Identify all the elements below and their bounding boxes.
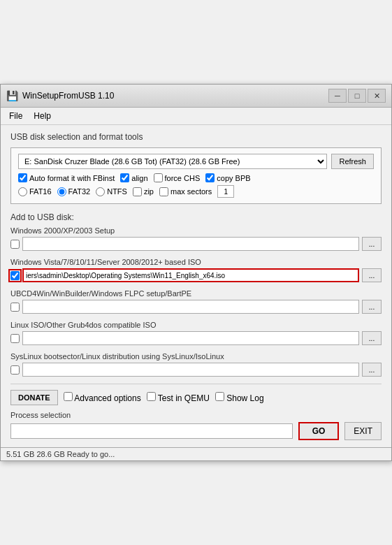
iso-row-3: ... bbox=[10, 331, 382, 345]
status-text: 5.51 GB 28.6 GB Ready to go... bbox=[6, 450, 115, 458]
iso-checkbox-2[interactable] bbox=[10, 303, 20, 312]
menu-help[interactable]: Help bbox=[28, 109, 57, 123]
fs-format-row: FAT16 FAT32 NTFS zip bbox=[18, 185, 374, 198]
max-sectors-checkbox[interactable] bbox=[159, 187, 168, 196]
iso-item-0: Windows 2000/XP/2003 Setup ... bbox=[10, 226, 382, 251]
iso-checkbox-4[interactable] bbox=[10, 365, 20, 375]
iso-row-2: ... bbox=[10, 300, 382, 314]
iso-path-3[interactable] bbox=[22, 331, 359, 345]
test-qemu-checkbox[interactable] bbox=[147, 392, 156, 401]
iso-item-3: Linux ISO/Other Grub4dos compatible ISO … bbox=[10, 321, 382, 345]
status-bar: 5.51 GB 28.6 GB Ready to go... bbox=[1, 447, 391, 460]
copy-bpb-checkbox[interactable] bbox=[205, 173, 215, 182]
title-bar-left: 💾 WinSetupFromUSB 1.10 bbox=[6, 90, 114, 101]
copy-bpb-label[interactable]: copy BPB bbox=[205, 173, 250, 182]
menu-bar: File Help bbox=[1, 108, 391, 125]
donate-button[interactable]: DONATE bbox=[10, 390, 58, 405]
title-bar: 💾 WinSetupFromUSB 1.10 ─ □ ✕ bbox=[1, 85, 391, 108]
refresh-button[interactable]: Refresh bbox=[331, 154, 374, 169]
iso-path-1[interactable] bbox=[22, 268, 359, 282]
fat16-radio-label[interactable]: FAT16 bbox=[18, 187, 52, 196]
auto-format-label[interactable]: Auto format it with FBinst bbox=[18, 173, 115, 182]
iso-row-0: ... bbox=[10, 237, 382, 251]
test-qemu-label[interactable]: Test in QEMU bbox=[147, 392, 210, 403]
add-section: Add to USB disk: Windows 2000/XP/2003 Se… bbox=[10, 212, 382, 377]
bottom-options-row: DONATE Advanced options Test in QEMU Sho… bbox=[10, 390, 382, 405]
force-chs-label[interactable]: force CHS bbox=[154, 173, 201, 182]
format-options-row: Auto format it with FBinst align force C… bbox=[18, 173, 374, 182]
usb-section-title: USB disk selection and format tools bbox=[10, 132, 382, 142]
iso-browse-3[interactable]: ... bbox=[362, 331, 382, 345]
zip-checkbox[interactable] bbox=[133, 187, 142, 196]
iso-checkbox-1[interactable] bbox=[10, 271, 20, 280]
content-area: USB disk selection and format tools E: S… bbox=[1, 125, 391, 447]
iso-browse-4[interactable]: ... bbox=[362, 363, 382, 377]
iso-label-4: SysLinux bootsector/Linux distribution u… bbox=[10, 352, 382, 361]
iso-label-2: UBCD4Win/WinBuilder/Windows FLPC setup/B… bbox=[10, 289, 382, 298]
usb-section-box: E: SanDisk Cruzer Blade (28.6 GB Tot) (F… bbox=[10, 147, 382, 204]
iso-browse-1[interactable]: ... bbox=[362, 268, 382, 282]
iso-item-2: UBCD4Win/WinBuilder/Windows FLPC setup/B… bbox=[10, 289, 382, 314]
exit-button[interactable]: EXIT bbox=[344, 422, 382, 440]
force-chs-checkbox[interactable] bbox=[154, 173, 163, 182]
align-checkbox[interactable] bbox=[120, 173, 129, 182]
max-sectors-input[interactable] bbox=[217, 185, 234, 198]
show-log-checkbox[interactable] bbox=[215, 392, 224, 401]
iso-path-2[interactable] bbox=[22, 300, 359, 314]
add-section-title: Add to USB disk: bbox=[10, 212, 382, 222]
go-button[interactable]: GO bbox=[298, 422, 340, 440]
align-label[interactable]: align bbox=[120, 173, 147, 182]
ntfs-radio-label[interactable]: NTFS bbox=[96, 187, 127, 196]
iso-checkbox-3[interactable] bbox=[10, 334, 20, 343]
ntfs-radio[interactable] bbox=[96, 187, 105, 196]
iso-row-1: ... bbox=[10, 268, 382, 282]
progress-bar bbox=[10, 423, 293, 439]
iso-item-4: SysLinux bootsector/Linux distribution u… bbox=[10, 352, 382, 377]
show-log-label[interactable]: Show Log bbox=[215, 392, 264, 403]
iso-path-4[interactable] bbox=[22, 363, 359, 377]
maximize-button[interactable]: □ bbox=[348, 89, 366, 103]
iso-browse-2[interactable]: ... bbox=[362, 300, 382, 314]
drive-row: E: SanDisk Cruzer Blade (28.6 GB Tot) (F… bbox=[18, 154, 374, 169]
close-button[interactable]: ✕ bbox=[368, 89, 386, 103]
fat32-radio[interactable] bbox=[57, 187, 66, 196]
title-buttons: ─ □ ✕ bbox=[328, 89, 386, 103]
main-window: 💾 WinSetupFromUSB 1.10 ─ □ ✕ File Help U… bbox=[0, 84, 392, 461]
max-sectors-label[interactable]: max sectors bbox=[159, 187, 212, 196]
minimize-button[interactable]: ─ bbox=[328, 89, 347, 103]
iso-path-0[interactable] bbox=[22, 237, 359, 251]
app-icon: 💾 bbox=[6, 90, 18, 101]
usb-section: USB disk selection and format tools E: S… bbox=[10, 132, 382, 204]
zip-checkbox-label[interactable]: zip bbox=[133, 187, 154, 196]
iso-checkbox-0[interactable] bbox=[10, 240, 20, 249]
drive-select[interactable]: E: SanDisk Cruzer Blade (28.6 GB Tot) (F… bbox=[18, 154, 327, 169]
fat16-radio[interactable] bbox=[18, 187, 27, 196]
advanced-options-checkbox[interactable] bbox=[64, 392, 73, 401]
iso-label-1: Windows Vista/7/8/10/11/Server 2008/2012… bbox=[10, 258, 382, 266]
process-selection-label: Process selection bbox=[10, 411, 382, 419]
iso-item-1: Windows Vista/7/8/10/11/Server 2008/2012… bbox=[10, 258, 382, 282]
go-row: GO EXIT bbox=[10, 422, 382, 440]
advanced-options-label[interactable]: Advanced options bbox=[64, 392, 141, 403]
menu-file[interactable]: File bbox=[3, 109, 28, 123]
fat32-radio-label[interactable]: FAT32 bbox=[57, 187, 91, 196]
iso-label-3: Linux ISO/Other Grub4dos compatible ISO bbox=[10, 321, 382, 329]
iso-browse-0[interactable]: ... bbox=[362, 237, 382, 251]
window-title: WinSetupFromUSB 1.10 bbox=[22, 91, 114, 101]
auto-format-checkbox[interactable] bbox=[18, 173, 27, 182]
iso-row-4: ... bbox=[10, 363, 382, 377]
iso-label-0: Windows 2000/XP/2003 Setup bbox=[10, 226, 382, 235]
